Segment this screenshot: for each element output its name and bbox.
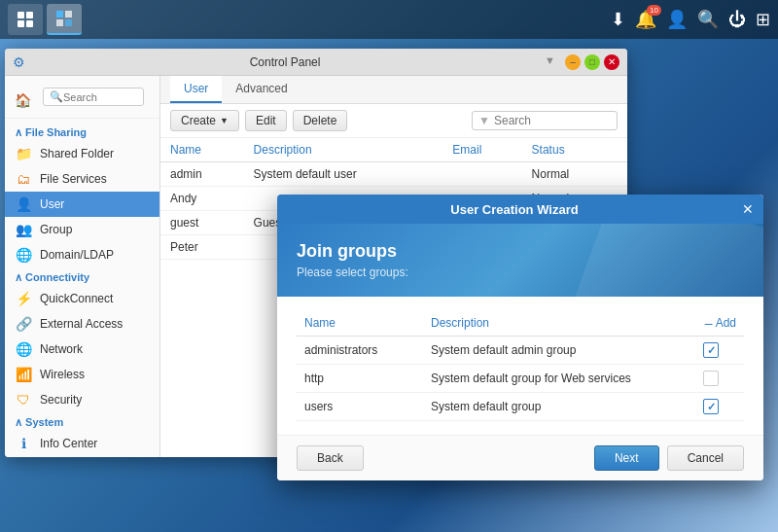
svg-rect-2 xyxy=(56,19,63,26)
sidebar-home[interactable]: 🏠 🔍 xyxy=(5,82,159,119)
sidebar-search-box[interactable]: 🔍 xyxy=(43,88,144,106)
wizard-header: Join groups Please select groups: xyxy=(277,224,763,297)
sidebar-item-label: User xyxy=(40,197,64,211)
svg-rect-3 xyxy=(65,19,72,26)
create-button[interactable]: Create ▼ xyxy=(170,110,239,131)
table-row[interactable]: admin System default user Normal xyxy=(160,162,627,187)
search-icon: 🔍 xyxy=(50,90,63,103)
sidebar-item-label: Wireless xyxy=(40,368,85,381)
filter-icon: ▼ xyxy=(478,114,490,127)
taskbar-right: ⬇ 🔔 10 👤 🔍 ⏻ ⊞ xyxy=(611,9,770,30)
minimize-button[interactable]: – xyxy=(565,54,581,70)
user-name: admin xyxy=(160,162,244,187)
sidebar-item-label: Security xyxy=(40,393,82,407)
desktop: ⚙ Control Panel ▼ – □ ✕ 🏠 🔍 ∧ File Sha xyxy=(0,39,778,532)
sidebar-item-user[interactable]: 👤 User xyxy=(5,192,159,217)
sidebar-item-label: QuickConnect xyxy=(40,292,113,305)
download-icon[interactable]: ⬇ xyxy=(611,9,625,30)
next-button[interactable]: Next xyxy=(594,445,659,471)
sidebar-item-file-services[interactable]: 🗂 File Services xyxy=(5,166,159,192)
search-input[interactable] xyxy=(494,114,611,127)
wireless-icon: 📶 xyxy=(15,367,32,382)
taskbar-app-control-panel[interactable] xyxy=(47,4,82,35)
group-add-cell xyxy=(695,337,744,365)
group-description: System default admin group xyxy=(423,337,695,365)
sidebar-item-info-center[interactable]: ℹ Info Center xyxy=(5,431,159,456)
col-description[interactable]: Description xyxy=(244,138,443,162)
back-button[interactable]: Back xyxy=(297,445,364,471)
cancel-button[interactable]: Cancel xyxy=(667,445,744,471)
wizard-body: Name Description – Add administrators xyxy=(277,297,763,435)
tab-advanced[interactable]: Advanced xyxy=(222,76,301,103)
sidebar-item-wireless[interactable]: 📶 Wireless xyxy=(5,362,159,387)
group-row[interactable]: http System default group for Web servic… xyxy=(297,365,744,393)
sidebar-item-label: Shared Folder xyxy=(40,147,114,160)
checkbox-http[interactable] xyxy=(703,371,719,386)
section-label-file-sharing: ∧ File Sharing xyxy=(5,123,159,141)
group-row[interactable]: administrators System default admin grou… xyxy=(297,337,744,365)
group-row[interactable]: users System default group xyxy=(297,393,744,421)
user-email xyxy=(442,162,521,187)
wizard-header-title: Join groups xyxy=(297,241,744,262)
groups-table: Name Description – Add administrators xyxy=(297,310,744,421)
cp-title: Control Panel xyxy=(25,55,545,69)
taskbar: ⬇ 🔔 10 👤 🔍 ⏻ ⊞ xyxy=(0,0,778,39)
user-name: Peter xyxy=(160,235,244,260)
taskbar-app-grid[interactable] xyxy=(8,4,43,35)
notification-badge: 10 xyxy=(647,5,661,16)
checkbox-users[interactable] xyxy=(703,399,719,414)
sidebar-item-label: File Services xyxy=(40,172,107,186)
user-icon[interactable]: 👤 xyxy=(666,9,688,30)
cp-tabs: User Advanced xyxy=(160,76,627,104)
wizard-close-button[interactable]: ✕ xyxy=(742,201,754,217)
sidebar-item-external-access[interactable]: 🔗 External Access xyxy=(5,311,159,337)
search-input[interactable] xyxy=(63,91,137,103)
col-add: – Add xyxy=(695,310,744,337)
sidebar-item-domain-ldap[interactable]: 🌐 Domain/LDAP xyxy=(5,242,159,267)
col-email[interactable]: Email xyxy=(442,138,521,162)
delete-button[interactable]: Delete xyxy=(293,110,348,131)
checkbox-administrators[interactable] xyxy=(703,342,719,358)
edit-button[interactable]: Edit xyxy=(245,110,287,131)
tab-user[interactable]: User xyxy=(170,76,222,103)
section-label-connectivity: ∧ Connectivity xyxy=(5,267,159,286)
group-description: System default group xyxy=(423,393,695,421)
sidebar-item-label: Group xyxy=(40,223,72,236)
add-header: – Add xyxy=(703,315,736,331)
svg-rect-1 xyxy=(65,11,72,18)
user-name: Andy xyxy=(160,187,244,211)
file-services-icon: 🗂 xyxy=(15,171,32,187)
widgets-icon[interactable]: ⊞ xyxy=(756,9,770,30)
group-name: http xyxy=(297,365,423,393)
notification-icon[interactable]: 🔔 10 xyxy=(635,9,656,30)
col-name: Name xyxy=(297,310,423,337)
power-icon[interactable]: ⏻ xyxy=(728,10,746,30)
sidebar-item-security[interactable]: 🛡 Security xyxy=(5,387,159,412)
sidebar-item-label: External Access xyxy=(40,317,123,331)
col-status[interactable]: Status xyxy=(522,138,627,162)
taskbar-left xyxy=(8,4,82,35)
info-icon: ℹ xyxy=(15,436,32,451)
sidebar-item-shared-folder[interactable]: 📁 Shared Folder xyxy=(5,141,159,166)
maximize-button[interactable]: □ xyxy=(584,54,600,70)
cp-titlebar: ⚙ Control Panel ▼ – □ ✕ xyxy=(5,49,627,76)
security-icon: 🛡 xyxy=(15,392,32,408)
col-name[interactable]: Name xyxy=(160,138,244,162)
sidebar-item-label: Info Center xyxy=(40,437,97,450)
quickconnect-icon: ⚡ xyxy=(15,291,32,306)
svg-rect-0 xyxy=(56,11,63,18)
col-description: Description xyxy=(423,310,695,337)
group-name: users xyxy=(297,393,423,421)
sidebar-item-quickconnect[interactable]: ⚡ QuickConnect xyxy=(5,286,159,311)
wizard-titlebar: User Creation Wizard ✕ xyxy=(277,195,763,224)
toolbar-search[interactable]: ▼ xyxy=(472,111,618,130)
add-line-icon: – xyxy=(705,315,713,331)
dropdown-arrow: ▼ xyxy=(220,116,229,125)
user-creation-wizard: User Creation Wizard ✕ Join groups Pleas… xyxy=(277,195,763,480)
close-button[interactable]: ✕ xyxy=(604,54,619,70)
user-status: Normal xyxy=(522,162,627,187)
search-icon[interactable]: 🔍 xyxy=(697,9,719,30)
group-add-cell xyxy=(695,365,744,393)
sidebar-item-group[interactable]: 👥 Group xyxy=(5,217,159,242)
sidebar-item-network[interactable]: 🌐 Network xyxy=(5,337,159,362)
